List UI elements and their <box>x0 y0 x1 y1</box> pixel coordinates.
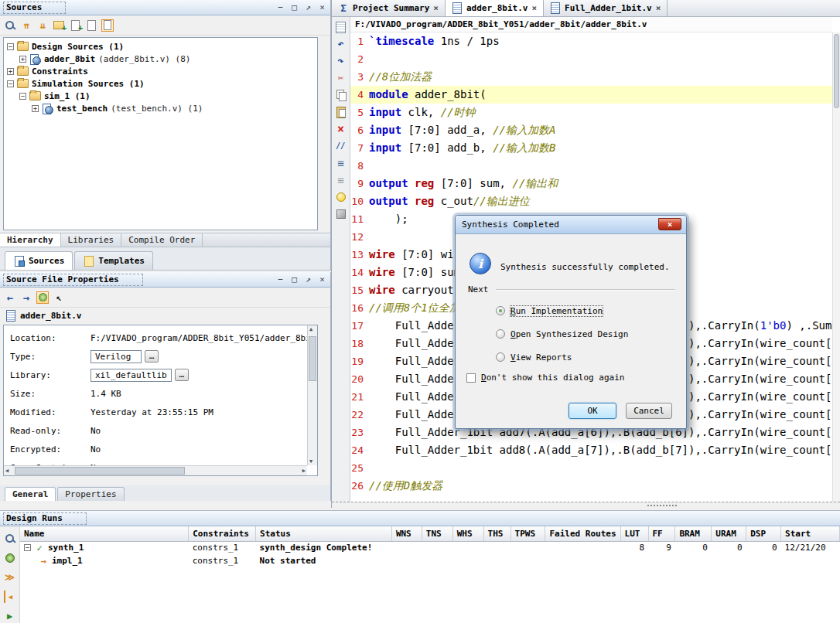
cut-icon[interactable] <box>335 72 347 84</box>
close-icon[interactable] <box>656 3 661 13</box>
tab-compile-order[interactable]: Compile Order <box>121 233 203 247</box>
radio-icon[interactable] <box>496 329 505 339</box>
ok-button[interactable]: OK <box>569 403 616 419</box>
undo-icon[interactable] <box>335 38 347 50</box>
dialog-titlebar[interactable]: Synthesis Completed <box>456 216 686 234</box>
column-header-status[interactable]: Status <box>256 526 392 541</box>
tab-hierarchy[interactable]: Hierarchy <box>0 233 61 247</box>
minimize-icon[interactable] <box>275 2 285 12</box>
redo-icon[interactable] <box>335 55 347 67</box>
table-row[interactable]: impl_1constrs_1Not started <box>20 554 840 567</box>
dialog-close-icon[interactable] <box>658 218 681 230</box>
horizontal-scrollbar[interactable] <box>4 465 307 475</box>
play-icon[interactable] <box>4 610 16 622</box>
tree-expander[interactable]: − <box>24 544 31 551</box>
tree-expander[interactable]: − <box>7 80 14 87</box>
cursor-icon[interactable] <box>53 291 65 304</box>
close-icon[interactable] <box>531 3 537 13</box>
expand-all-icon[interactable] <box>36 19 49 32</box>
tree-item[interactable]: +Constraints <box>4 65 317 77</box>
back-icon[interactable] <box>4 291 16 304</box>
file-icon[interactable] <box>85 19 97 32</box>
radio-option-view-reports[interactable]: View Reports <box>496 346 628 369</box>
grid-icon[interactable] <box>335 21 347 33</box>
editor-vertical-scrollbar[interactable] <box>832 32 840 502</box>
indent-icon[interactable] <box>335 157 347 169</box>
step-icon[interactable] <box>4 571 16 584</box>
code-line[interactable]: 1`timescale 1ns / 1ps <box>350 32 832 50</box>
splitter-grab-handle[interactable] <box>647 504 678 507</box>
forward-icon[interactable] <box>20 291 32 304</box>
column-header-ths[interactable]: THS <box>483 526 510 541</box>
search-icon[interactable] <box>4 19 16 32</box>
float-icon[interactable] <box>289 274 299 284</box>
tab-general[interactable]: General <box>5 487 56 501</box>
paste-icon[interactable] <box>335 106 347 118</box>
tree-item[interactable]: −Simulation Sources (1) <box>4 77 317 90</box>
tab-properties[interactable]: Properties <box>57 487 124 501</box>
table-row[interactable]: −synth_1constrs_1synth_design Complete!8… <box>20 541 840 554</box>
gear-icon[interactable] <box>36 291 49 304</box>
cube-icon[interactable] <box>335 208 347 220</box>
skip-back-icon[interactable] <box>4 591 16 603</box>
tree-item[interactable]: +test_bench(test_bench.v) (1) <box>4 102 317 114</box>
radio-option-run-implementation[interactable]: Run Implementation <box>496 299 628 322</box>
add-folder-icon[interactable] <box>53 19 65 32</box>
editor-tab-adder-8bit-v[interactable]: adder_8bit.v <box>446 0 544 16</box>
radio-option-open-synthesized-design[interactable]: Open Synthesized Design <box>496 322 628 346</box>
vertical-scrollbar[interactable] <box>307 325 317 465</box>
dont-show-again-row[interactable]: Don't show this dialog again <box>466 373 624 383</box>
bulb-icon[interactable] <box>335 191 347 203</box>
property-value-input[interactable]: xil_defaultlib <box>90 369 172 382</box>
horizontal-splitter[interactable] <box>332 502 840 508</box>
column-header-uram[interactable]: URAM <box>712 526 746 541</box>
code-line[interactable]: 7input [7:0] add_b, //输入加数B <box>350 139 832 157</box>
column-header-tpws[interactable]: TPWS <box>510 526 545 541</box>
column-header-lut[interactable]: LUT <box>620 526 648 541</box>
code-line[interactable]: 25 <box>350 459 832 477</box>
editor-tab-project-summary[interactable]: Project Summary <box>332 0 446 16</box>
column-header-name[interactable]: Name <box>20 526 189 541</box>
tree-expander[interactable]: − <box>7 43 14 50</box>
code-line[interactable]: 3//8位加法器 <box>350 68 832 86</box>
tree-expander[interactable]: − <box>19 93 26 100</box>
dont-show-checkbox[interactable] <box>466 373 476 383</box>
delete-icon[interactable] <box>335 123 347 135</box>
close-icon[interactable] <box>317 2 327 12</box>
ellipsis-button[interactable] <box>175 369 189 381</box>
property-value-input[interactable]: Verilog <box>90 350 142 363</box>
column-header-constraints[interactable]: Constraints <box>189 526 256 541</box>
code-line[interactable]: 10output reg c_out//输出进位 <box>350 192 832 210</box>
minimize-icon[interactable] <box>275 274 285 284</box>
close-icon[interactable] <box>433 3 439 13</box>
panel-tab-templates[interactable]: Templates <box>74 251 153 270</box>
close-icon[interactable] <box>317 274 327 284</box>
code-line[interactable]: 9output reg [7:0] sum, //输出和 <box>350 175 832 192</box>
column-header-ff[interactable]: FF <box>648 526 675 541</box>
radio-icon[interactable] <box>496 352 505 362</box>
code-line[interactable]: 4module adder_8bit( <box>350 86 832 104</box>
collapse-all-icon[interactable] <box>20 19 32 32</box>
code-line[interactable]: 2 <box>350 50 832 68</box>
comment-icon[interactable] <box>335 140 347 152</box>
tree-expander[interactable]: + <box>32 105 39 112</box>
maximize-icon[interactable] <box>303 274 313 284</box>
panel-tab-sources[interactable]: Sources <box>5 251 73 270</box>
tree-expander[interactable]: + <box>19 56 26 63</box>
add-sources-icon[interactable] <box>69 19 81 32</box>
tree-item[interactable]: +adder_8bit(adder_8bit.v) (8) <box>4 53 317 65</box>
column-header-wns[interactable]: WNS <box>391 526 422 541</box>
column-header-bram[interactable]: BRAM <box>675 526 712 541</box>
column-header-failed-routes[interactable]: Failed Routes <box>545 526 620 541</box>
tree-item[interactable]: −Design Sources (1) <box>4 40 317 53</box>
scrollbar-thumb[interactable] <box>834 34 839 108</box>
code-line[interactable]: 24 Full_Adder_1bit add8(.A(add_a[7]),.B(… <box>350 441 832 459</box>
maximize-icon[interactable] <box>303 2 313 12</box>
editor-tab-full-adder-1bit-v[interactable]: Full_Adder_1bit.v <box>544 0 668 16</box>
tab-libraries[interactable]: Libraries <box>61 233 122 247</box>
column-header-whs[interactable]: WHS <box>452 526 483 541</box>
tree-item[interactable]: −sim_1 (1) <box>4 90 317 102</box>
code-line[interactable]: 5input clk, //时钟 <box>350 104 832 121</box>
scrollbar-thumb[interactable] <box>15 467 185 475</box>
tree-expander[interactable]: + <box>7 68 14 75</box>
